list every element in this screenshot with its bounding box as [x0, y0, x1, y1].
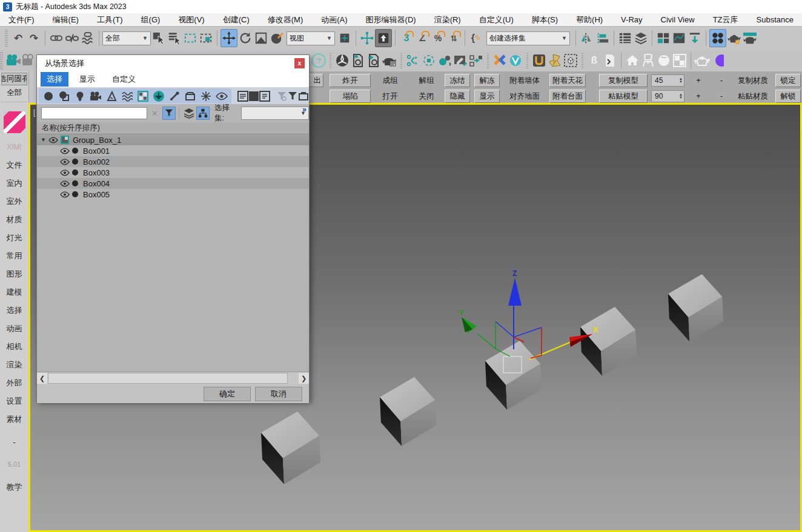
select-object-icon[interactable] [151, 30, 167, 47]
reference-coordinate-dropdown[interactable]: 视图▼ [287, 31, 335, 45]
panel-angle-spinner[interactable]: 45▲▼ [651, 74, 684, 87]
box-object-4[interactable] [580, 307, 637, 376]
angle-snap-icon[interactable]: ∠ [414, 30, 430, 47]
target-select-icon[interactable] [421, 52, 437, 69]
list-small-icon[interactable] [259, 89, 270, 103]
dialog-tab-select[interactable]: 选择 [41, 72, 68, 87]
panel-hide-button[interactable]: 隐藏 [445, 90, 470, 103]
sphere-icon[interactable] [656, 52, 672, 69]
panel-unlock-button[interactable]: 解锁 [775, 90, 801, 103]
panel-paste-model-button[interactable]: 粘贴模型 [599, 90, 648, 103]
dialog-close-button[interactable]: x [294, 58, 305, 68]
object-name[interactable]: Box004 [83, 179, 110, 188]
camera-clapper-icon[interactable] [21, 52, 37, 69]
object-name[interactable]: Box001 [83, 146, 110, 156]
menu-graph-editors[interactable]: 图形编辑器(D) [366, 15, 416, 25]
search-input[interactable] [41, 107, 147, 119]
panel-freeze-button[interactable]: 冻结 [445, 74, 470, 87]
grid-squares-icon[interactable] [672, 52, 688, 69]
dialog-title-bar[interactable]: 从场景选择 x [37, 55, 309, 71]
display-containers-icon[interactable] [182, 89, 198, 103]
sidebar-item-external[interactable]: 外部 [0, 374, 28, 392]
render-setup-icon[interactable] [726, 30, 742, 47]
menu-file[interactable]: 文件(F) [8, 15, 35, 25]
transform-gizmo[interactable]: Z Y X [459, 269, 598, 360]
panel-attach-ceiling-button[interactable]: 附着天花 [549, 74, 586, 87]
display-hidden-icon[interactable] [214, 89, 230, 103]
menu-edit[interactable]: 编辑(E) [53, 15, 79, 25]
dialog-tab-display[interactable]: 显示 [73, 72, 101, 87]
spinner-snap-icon[interactable]: ⇅ [446, 30, 462, 47]
ribbon-toggle-icon[interactable] [655, 30, 671, 47]
display-xrefs-icon[interactable] [151, 89, 167, 103]
keyboard-override-icon[interactable] [375, 29, 392, 47]
sidebar-all-item[interactable]: 全部 [1, 87, 27, 99]
chair-icon[interactable] [640, 52, 656, 69]
dialog-selection-set-dropdown[interactable]: ▼ [241, 107, 309, 120]
home-icon[interactable] [625, 52, 640, 69]
filter-disabled-icon[interactable] [276, 89, 287, 103]
curve-editor-icon[interactable] [671, 30, 687, 47]
menu-help[interactable]: 帮助(H) [576, 15, 603, 25]
display-frozen-icon[interactable] [198, 89, 214, 103]
scroll-left-icon[interactable]: ❮ [37, 373, 47, 384]
visibility-eye-icon[interactable] [60, 169, 70, 176]
vray-export-file-icon[interactable] [366, 52, 382, 69]
camera-icon[interactable] [5, 52, 21, 69]
vray-render-icon[interactable] [382, 52, 397, 69]
visibility-eye-icon[interactable] [60, 180, 70, 187]
object-name[interactable]: Box002 [83, 157, 110, 166]
box-object-2[interactable] [380, 377, 436, 446]
redo-icon[interactable]: ↷ [26, 30, 42, 47]
panel-group-button[interactable]: 成组 [377, 74, 403, 87]
list-item[interactable]: Box004 [37, 178, 309, 189]
undo-icon[interactable]: ↶ [10, 30, 26, 47]
box-object-5[interactable] [668, 274, 723, 342]
display-helpers-icon[interactable] [104, 89, 119, 103]
menu-animation[interactable]: 动画(A) [321, 15, 347, 25]
plugin-x-icon[interactable] [492, 52, 508, 69]
paint-objects-icon[interactable] [452, 52, 468, 69]
select-scale-icon[interactable] [253, 30, 269, 47]
list-item[interactable]: Box003 [37, 167, 309, 178]
select-move-icon[interactable] [220, 29, 237, 47]
menu-tools[interactable]: 工具(T) [97, 15, 123, 25]
ok-button[interactable]: 确定 [204, 387, 251, 401]
select-place-icon[interactable] [269, 30, 285, 47]
scene-explorer-icon[interactable] [617, 30, 633, 47]
panel-lock-button[interactable]: 锁定 [775, 74, 801, 87]
display-lights-icon[interactable] [72, 89, 88, 103]
sidebar-item-ximi[interactable]: XIMI [0, 138, 28, 156]
vray-menu-icon[interactable] [334, 52, 350, 69]
gizmo-z-arrow[interactable] [508, 278, 522, 306]
link-icon[interactable] [48, 30, 64, 47]
box-object-1[interactable] [261, 412, 320, 484]
panel-attach-wall-button[interactable]: 附着墙体 [505, 74, 545, 87]
standin-cube-icon[interactable] [563, 52, 578, 69]
list-column-header[interactable]: 名称(按升序排序) [37, 122, 309, 134]
menu-create[interactable]: 创建(C) [223, 15, 250, 25]
select-by-name-icon[interactable] [167, 30, 182, 47]
scrollbar-thumb[interactable] [48, 373, 288, 384]
menu-substance[interactable]: Substance [757, 15, 794, 24]
sidebar-item-animation[interactable]: 动画 [0, 320, 28, 338]
panel-angle2-spinner[interactable]: 90▲▼ [651, 90, 684, 102]
sidebar-item-shapes[interactable]: 图形 [0, 265, 28, 283]
hierarchy-mode-icon[interactable] [196, 107, 210, 120]
sidebar-item-select[interactable]: 选择 [0, 301, 28, 320]
visibility-eye-icon[interactable] [60, 148, 70, 154]
distribute-objects-icon[interactable] [468, 52, 484, 69]
toolbar-grip[interactable] [0, 52, 3, 69]
menu-group[interactable]: 组(G) [141, 15, 161, 25]
panel-collapse-button[interactable]: 塌陷 [330, 90, 371, 103]
menu-customize[interactable]: 自定义(U) [479, 15, 514, 25]
selection-filter-dropdown[interactable]: 全部▼ [102, 31, 151, 45]
toolbar-grip[interactable] [5, 30, 8, 47]
script-file-icon[interactable] [602, 52, 618, 69]
material-editor-icon[interactable] [709, 29, 726, 47]
visibility-eye-icon[interactable] [48, 137, 58, 143]
search-filter-icon[interactable] [162, 107, 176, 120]
list-view-icon[interactable] [237, 89, 248, 103]
teapot-icon[interactable] [694, 52, 710, 69]
visibility-eye-icon[interactable] [60, 191, 70, 198]
